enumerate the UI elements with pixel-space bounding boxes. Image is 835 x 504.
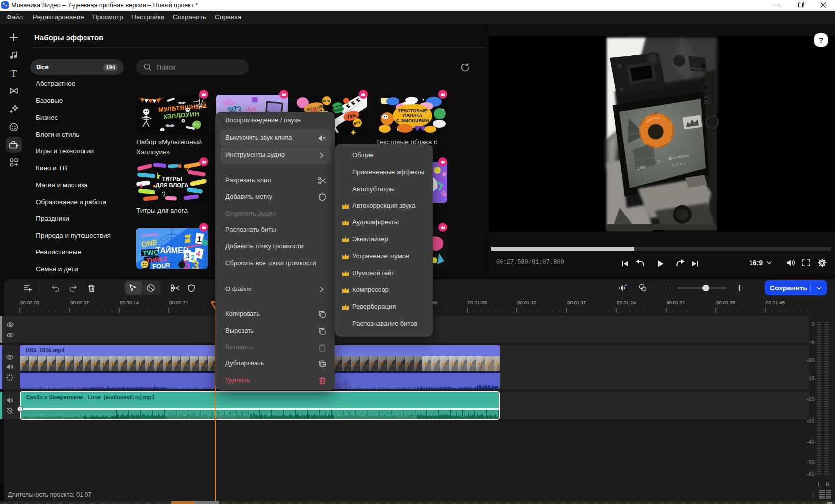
svg-text:NEW: NEW: [323, 99, 331, 103]
svg-text:00:01:17: 00:01:17: [567, 300, 586, 305]
svg-text:-20: -20: [807, 396, 815, 402]
svg-text:00:01:03: 00:01:03: [468, 300, 487, 305]
svg-text:-40: -40: [807, 439, 815, 445]
svg-text:FOUR: FOUR: [152, 261, 171, 270]
svg-text:ТАЙМЕР: ТАЙМЕР: [156, 246, 189, 255]
svg-text:-60: -60: [807, 471, 815, 477]
svg-text:ТИТРЫ: ТИТРЫ: [162, 176, 182, 182]
svg-text:-30: -30: [807, 418, 815, 424]
svg-text:00:00:21: 00:00:21: [169, 300, 188, 305]
svg-text:С ЭМОЦИЯМИ: С ЭМОЦИЯМИ: [396, 118, 429, 123]
svg-text:00:01:45: 00:01:45: [766, 300, 785, 305]
svg-text:-5: -5: [810, 339, 814, 345]
svg-text:-50: -50: [807, 460, 815, 465]
svg-text:3: 3: [191, 257, 200, 273]
svg-text:Fn: Fn: [705, 99, 708, 102]
svg-text:00:00:00: 00:00:00: [20, 300, 40, 305]
svg-text:-15: -15: [807, 376, 815, 381]
svg-text:F--: F--: [657, 159, 663, 165]
svg-text:0: 0: [811, 321, 814, 327]
svg-text:00:01:10: 00:01:10: [517, 300, 537, 305]
svg-text:00:01:31: 00:01:31: [667, 300, 685, 305]
svg-text:00:01:38: 00:01:38: [716, 300, 736, 305]
svg-text:00:00:07: 00:00:07: [70, 300, 89, 305]
svg-text:00:01:24: 00:01:24: [617, 300, 636, 305]
svg-text:-10: -10: [807, 358, 815, 363]
svg-text:ДЛЯ ВЛОГА: ДЛЯ ВЛОГА: [156, 182, 189, 188]
svg-text:00:00:14: 00:00:14: [120, 300, 139, 305]
